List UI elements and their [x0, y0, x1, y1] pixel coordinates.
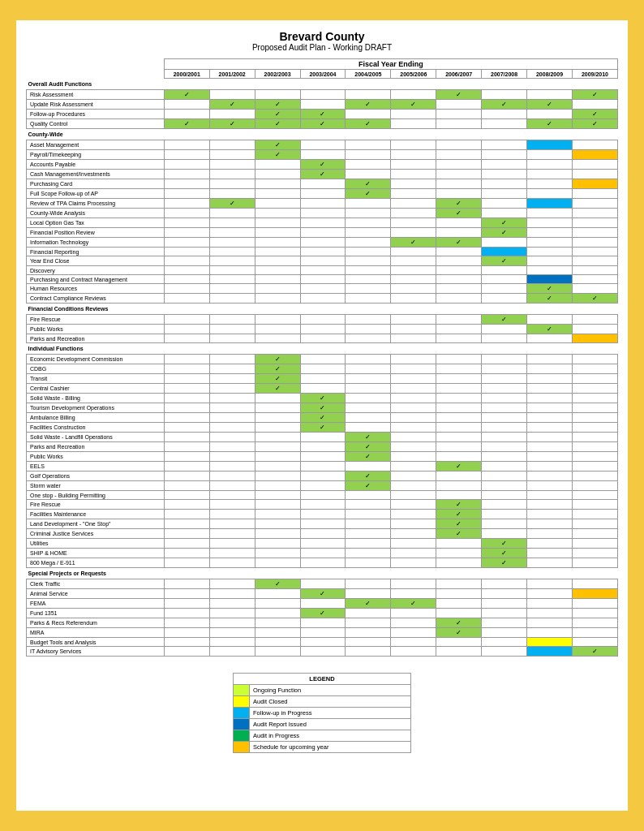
cell-1-3-4	[346, 170, 391, 179]
cell-0-0-9: ✓	[572, 90, 617, 100]
table-row: IT Advisory Services✓	[27, 647, 618, 657]
row-label: Animal Service	[27, 589, 165, 599]
cell-1-16-7	[482, 294, 527, 304]
legend-title: LEGEND	[234, 674, 411, 685]
cell-1-1-0	[164, 150, 209, 160]
cell-1-16-5	[391, 294, 436, 304]
cell-3-2-3	[300, 374, 346, 384]
table-row: Parks and Recreation✓	[27, 442, 618, 452]
row-label: FEMA	[27, 599, 165, 609]
cell-2-2-2	[255, 334, 300, 343]
legend-label: Follow-up in Progress	[250, 708, 411, 719]
cell-2-2-3	[300, 334, 346, 343]
cell-3-11-5	[391, 462, 436, 471]
cell-1-12-9	[572, 256, 617, 266]
table-row: Parks & Recs Referendum✓	[27, 618, 618, 628]
cell-4-1-4	[346, 589, 391, 599]
cell-3-1-1	[209, 364, 255, 374]
cell-4-6-8	[527, 638, 573, 647]
cell-1-0-3	[300, 140, 346, 150]
row-label: Central Cashier	[27, 384, 165, 394]
cell-3-16-0	[164, 510, 209, 519]
cell-4-5-1	[209, 628, 255, 638]
cell-3-12-6	[436, 471, 482, 481]
cell-1-11-8	[527, 248, 573, 256]
cell-1-14-1	[209, 275, 255, 284]
cell-2-2-5	[391, 334, 436, 343]
cell-3-13-2	[255, 481, 300, 491]
row-label: Information Technology	[27, 238, 165, 248]
cell-4-7-2	[255, 647, 300, 657]
cell-3-9-3	[300, 442, 346, 452]
cell-4-0-4	[346, 579, 391, 589]
title-section: Brevard County Proposed Audit Plan - Wor…	[26, 30, 618, 52]
cell-4-6-1	[209, 638, 255, 647]
cell-1-1-9	[572, 150, 617, 160]
table-row: Financial Position Review✓	[27, 228, 618, 238]
cell-1-10-9	[572, 238, 617, 248]
row-label: Clerk Traffic	[27, 579, 165, 589]
cell-1-2-9	[572, 160, 617, 170]
cell-1-9-3	[300, 228, 346, 238]
legend-label: Ongoing Function	[250, 685, 411, 696]
row-label: Purchasing Card	[27, 179, 165, 189]
cell-3-21-4	[346, 558, 391, 568]
cell-4-3-5	[391, 609, 436, 618]
row-label: Criminal Justice Services	[27, 529, 165, 539]
cell-1-12-4	[346, 256, 391, 266]
table-row: Economic Development Commission✓	[27, 355, 618, 364]
cell-4-2-8	[527, 599, 573, 609]
cell-3-5-7	[482, 403, 527, 413]
cell-3-18-5	[391, 529, 436, 539]
cell-3-15-3	[300, 500, 346, 510]
cell-4-4-4	[346, 618, 391, 628]
cell-1-7-1	[209, 209, 255, 218]
cell-0-2-0	[164, 110, 209, 119]
cell-3-21-3	[300, 558, 346, 568]
cell-1-13-9	[572, 266, 617, 275]
row-label: Ambulance Billing	[27, 413, 165, 423]
cell-3-13-7	[482, 481, 527, 491]
cell-1-5-8	[527, 189, 573, 199]
cell-0-2-7	[482, 110, 527, 119]
cell-3-0-1	[209, 355, 255, 364]
legend-label: Audit Closed	[250, 696, 411, 708]
cell-3-12-3	[300, 471, 346, 481]
cell-0-0-3	[300, 90, 346, 100]
table-row: Financial Reporting	[27, 248, 618, 256]
cell-3-18-3	[300, 529, 346, 539]
legend-color-blue	[234, 719, 250, 730]
cell-1-1-4	[346, 150, 391, 160]
cell-3-9-2	[255, 442, 300, 452]
cell-1-3-3: ✓	[300, 170, 346, 179]
cell-3-0-0	[164, 355, 209, 364]
cell-4-0-0	[164, 579, 209, 589]
row-label: EELS	[27, 462, 165, 471]
cell-3-3-5	[391, 384, 436, 394]
cell-1-16-0	[164, 294, 209, 304]
cell-1-16-9: ✓	[572, 294, 617, 304]
cell-0-0-6: ✓	[436, 90, 482, 100]
cell-4-1-0	[164, 589, 209, 599]
cell-1-5-6	[436, 189, 482, 199]
cell-3-16-5	[391, 510, 436, 519]
cell-3-17-8	[527, 519, 573, 529]
cell-1-16-2	[255, 294, 300, 304]
cell-1-0-0	[164, 140, 209, 150]
table-row: Accounts Payable✓	[27, 160, 618, 170]
cell-1-6-9	[572, 199, 617, 209]
cell-1-1-2: ✓	[255, 150, 300, 160]
cell-1-10-4	[346, 238, 391, 248]
cell-3-21-1	[209, 558, 255, 568]
cell-1-11-2	[255, 248, 300, 256]
row-label: Follow-up Procedures	[27, 110, 165, 119]
cell-3-18-7	[482, 529, 527, 539]
table-row: FEMA✓✓	[27, 599, 618, 609]
cell-3-14-1	[209, 491, 255, 500]
cell-3-4-4	[346, 394, 391, 403]
cell-3-20-1	[209, 549, 255, 558]
cell-1-1-1	[209, 150, 255, 160]
cell-3-11-1	[209, 462, 255, 471]
cell-1-15-3	[300, 284, 346, 294]
cell-3-5-9	[572, 403, 617, 413]
